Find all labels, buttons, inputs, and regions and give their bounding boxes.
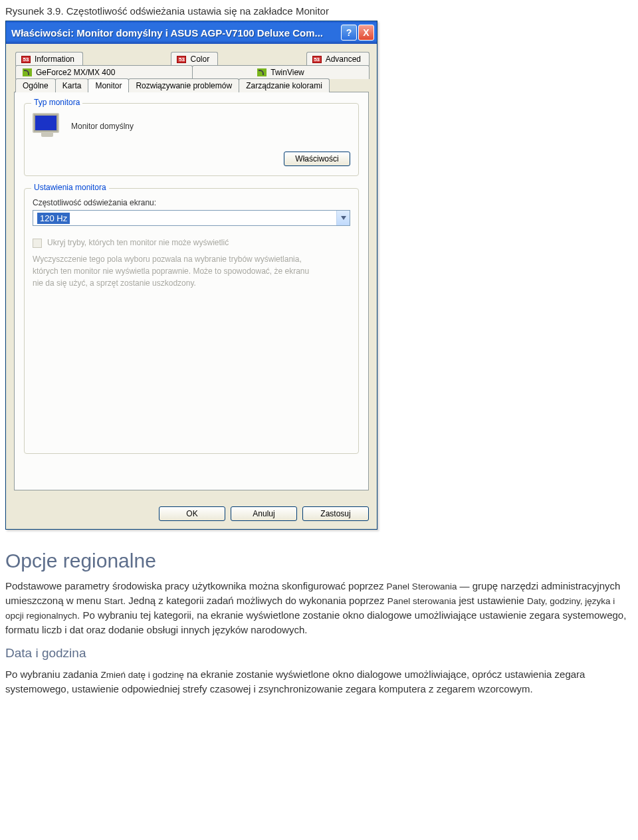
term-panel-sterowania-2: Panel sterowania xyxy=(387,596,457,606)
chevron-down-icon xyxy=(336,211,350,225)
tab-label: TwinView xyxy=(270,68,304,77)
close-button[interactable]: X xyxy=(358,25,374,41)
tab-colormgmt[interactable]: Zarządzanie kolorami xyxy=(239,78,330,92)
term-start: Start xyxy=(104,596,123,606)
apply-button[interactable]: Zastosuj xyxy=(302,506,369,521)
heading-data-godzina: Data i godzina xyxy=(5,646,633,661)
ok-button[interactable]: OK xyxy=(159,506,225,521)
group-legend: Ustawienia monitora xyxy=(31,183,109,192)
refresh-rate-label: Częstotliwość odświeżania ekranu: xyxy=(33,198,350,207)
document-body: Opcje regionalne Podstawowe parametry śr… xyxy=(5,550,633,696)
properties-dialog: Właściwości: Monitor domyślny i ASUS AGP… xyxy=(5,21,377,530)
hide-modes-checkbox xyxy=(33,239,42,248)
paragraph-2: Po wybraniu zadania Zmień datę i godzinę… xyxy=(5,667,633,696)
brand-icon: 53 xyxy=(312,56,322,63)
tab-label: Information xyxy=(35,54,74,64)
dialog-body: 53 Information 53 Color 53 Advanced GeFo… xyxy=(6,44,377,500)
term-zmien-date: Zmień datę i godzinę xyxy=(100,670,183,680)
cancel-button[interactable]: Anuluj xyxy=(231,506,297,521)
tab-advanced[interactable]: 53 Advanced xyxy=(306,52,370,66)
groupbox-monitor-settings: Ustawienia monitora Częstotliwość odświe… xyxy=(24,188,359,454)
warning-note: Wyczyszczenie tego pola wyboru pozwala n… xyxy=(33,253,318,289)
window-title: Właściwości: Monitor domyślny i ASUS AGP… xyxy=(11,27,340,39)
tab-panel-monitor: Typ monitora Monitor domyślny Właściwośc… xyxy=(14,92,369,490)
tab-geforce[interactable]: GeForce2 MX/MX 400 xyxy=(15,65,193,79)
tab-monitor[interactable]: Monitor xyxy=(88,78,129,92)
figure-caption: Rysunek 3.9. Częstotliwość odświeżania u… xyxy=(5,5,633,17)
tab-color[interactable]: 53 Color xyxy=(171,52,218,66)
tab-label: Karta xyxy=(62,81,82,90)
heading-opcje-regionalne: Opcje regionalne xyxy=(5,550,633,572)
tab-label: Color xyxy=(190,54,209,64)
tab-row-1: 53 Information 53 Color 53 Advanced xyxy=(14,52,369,66)
hide-modes-checkbox-row: Ukryj tryby, których ten monitor nie moż… xyxy=(33,238,350,248)
group-legend: Typ monitora xyxy=(31,98,82,107)
dialog-button-row: OK Anuluj Zastosuj xyxy=(6,500,377,529)
brand-icon: 53 xyxy=(21,56,31,63)
properties-button[interactable]: Właściwości xyxy=(284,152,350,166)
tab-label: Monitor xyxy=(95,81,122,90)
titlebar[interactable]: Właściwości: Monitor domyślny i ASUS AGP… xyxy=(6,21,377,44)
tab-label: Advanced xyxy=(326,54,361,64)
tab-information[interactable]: 53 Information xyxy=(15,52,83,66)
tab-row-2: GeForce2 MX/MX 400 TwinView xyxy=(14,65,369,79)
paragraph-1: Podstawowe parametry środowiska pracy uż… xyxy=(5,579,633,637)
help-button[interactable]: ? xyxy=(341,25,357,41)
tab-twinview[interactable]: TwinView xyxy=(192,65,370,79)
tab-label: Ogólne xyxy=(23,81,49,90)
brand-icon: 53 xyxy=(177,56,186,63)
nvidia-icon xyxy=(23,68,32,76)
dropdown-value: 120 Hz xyxy=(37,213,70,224)
tab-label: Rozwiązywanie problemów xyxy=(136,81,232,90)
tab-ogolne[interactable]: Ogólne xyxy=(15,78,56,92)
nvidia-icon xyxy=(257,68,266,76)
tab-row-3: Ogólne Karta Monitor Rozwiązywanie probl… xyxy=(14,78,369,92)
tab-troubleshoot[interactable]: Rozwiązywanie problemów xyxy=(128,78,239,92)
term-panel-sterowania: Panel Sterowania xyxy=(387,581,457,591)
tab-label: Zarządzanie kolorami xyxy=(246,81,322,90)
refresh-rate-dropdown[interactable]: 120 Hz xyxy=(33,210,350,226)
monitor-icon xyxy=(33,113,62,140)
close-icon: X xyxy=(363,27,369,38)
checkbox-label: Ukryj tryby, których ten monitor nie moż… xyxy=(47,238,229,247)
groupbox-monitor-type: Typ monitora Monitor domyślny Właściwośc… xyxy=(24,103,359,176)
tab-karta[interactable]: Karta xyxy=(55,78,89,92)
tab-label: GeForce2 MX/MX 400 xyxy=(36,68,115,77)
monitor-name: Monitor domyślny xyxy=(71,122,134,131)
help-icon: ? xyxy=(346,27,352,38)
